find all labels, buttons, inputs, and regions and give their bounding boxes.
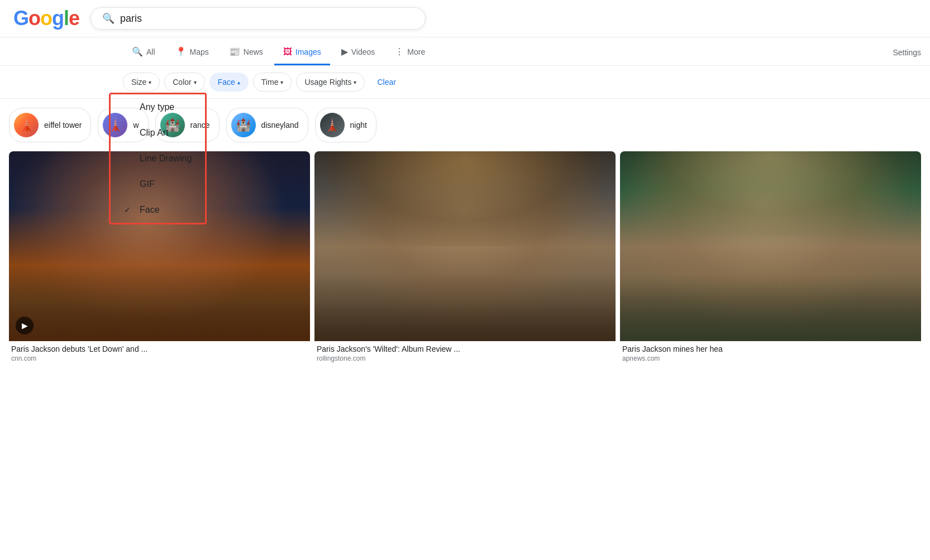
maps-icon: 📍	[175, 46, 187, 57]
suggestion-eiffel-tower[interactable]: eiffel tower	[9, 108, 91, 142]
suggestion-disneyland[interactable]: disneyland	[226, 108, 308, 142]
filter-face[interactable]: Face ▴	[209, 73, 249, 92]
play-icon[interactable]: ▶	[16, 317, 34, 334]
face-dropdown: Any type Clip Art Line Drawing GIF ✓ Fac…	[109, 93, 207, 224]
image-caption-1: Paris Jackson debuts 'Let Down' and ...	[9, 341, 310, 355]
tab-maps[interactable]: 📍 Maps	[166, 40, 218, 65]
suggestion-night[interactable]: night	[315, 108, 376, 142]
image-card-2[interactable]: Paris Jackson's 'Wilted': Album Review .…	[314, 151, 616, 367]
search-icon: 🔍	[102, 12, 115, 25]
image-thumbnail-2	[314, 151, 616, 341]
dropdown-item-any-type[interactable]: Any type	[111, 94, 205, 120]
suggestion-thumb	[231, 113, 256, 137]
settings-link[interactable]: Settings	[884, 41, 930, 64]
images-icon: 🖼	[283, 47, 292, 57]
image-card-3[interactable]: Paris Jackson mines her hea apnews.com	[620, 151, 921, 367]
videos-icon: ▶	[341, 46, 348, 57]
tab-more[interactable]: ⋮ More	[386, 40, 434, 65]
tab-all[interactable]: 🔍 All	[123, 40, 164, 65]
image-caption-2: Paris Jackson's 'Wilted': Album Review .…	[314, 341, 616, 355]
image-column-3: Paris Jackson mines her hea apnews.com	[620, 151, 921, 367]
dropdown-item-face[interactable]: ✓ Face	[111, 197, 205, 223]
image-source-3: apnews.com	[620, 355, 921, 367]
filter-usage-rights[interactable]: Usage Rights ▾	[296, 73, 365, 92]
dropdown-item-line-drawing[interactable]: Line Drawing	[111, 146, 205, 171]
chevron-up-icon: ▴	[237, 79, 240, 85]
chevron-down-icon: ▾	[354, 79, 356, 85]
google-logo[interactable]: Google	[13, 7, 79, 30]
filter-color[interactable]: Color ▾	[164, 73, 204, 92]
chevron-down-icon: ▾	[280, 79, 283, 85]
chevron-down-icon: ▾	[149, 79, 151, 85]
tab-videos[interactable]: ▶ Videos	[332, 40, 384, 65]
dropdown-item-gif[interactable]: GIF	[111, 171, 205, 197]
search-input[interactable]	[120, 13, 414, 25]
filter-time[interactable]: Time ▾	[253, 73, 292, 92]
search-bar: 🔍	[90, 7, 426, 30]
image-column-2: Paris Jackson's 'Wilted': Album Review .…	[314, 151, 616, 367]
image-caption-3: Paris Jackson mines her hea	[620, 341, 921, 355]
suggestion-thumb	[320, 113, 345, 137]
chevron-down-icon: ▾	[194, 79, 197, 85]
image-source-1: cnn.com	[9, 355, 310, 367]
image-source-2: rollingstone.com	[314, 355, 616, 367]
filter-bar: Size ▾ Color ▾ Face ▴ Time ▾ Usage Right…	[0, 66, 930, 99]
dropdown-item-clip-art[interactable]: Clip Art	[111, 120, 205, 146]
more-icon: ⋮	[395, 46, 404, 57]
search-icon: 🔍	[132, 46, 143, 57]
tab-images[interactable]: 🖼 Images	[274, 40, 330, 65]
dropdown-container: Any type Clip Art Line Drawing GIF ✓ Fac…	[109, 93, 207, 224]
image-thumbnail-3	[620, 151, 921, 341]
news-icon: 📰	[229, 46, 240, 57]
clear-button[interactable]: Clear	[369, 73, 403, 91]
header: Google 🔍	[0, 0, 930, 37]
checkmark-icon: ✓	[124, 205, 133, 214]
tab-news[interactable]: 📰 News	[220, 40, 272, 65]
suggestion-thumb	[14, 113, 39, 137]
filter-size[interactable]: Size ▾	[123, 73, 160, 92]
nav-tabs: 🔍 All 📍 Maps 📰 News 🖼 Images ▶ Videos ⋮ …	[0, 37, 930, 66]
